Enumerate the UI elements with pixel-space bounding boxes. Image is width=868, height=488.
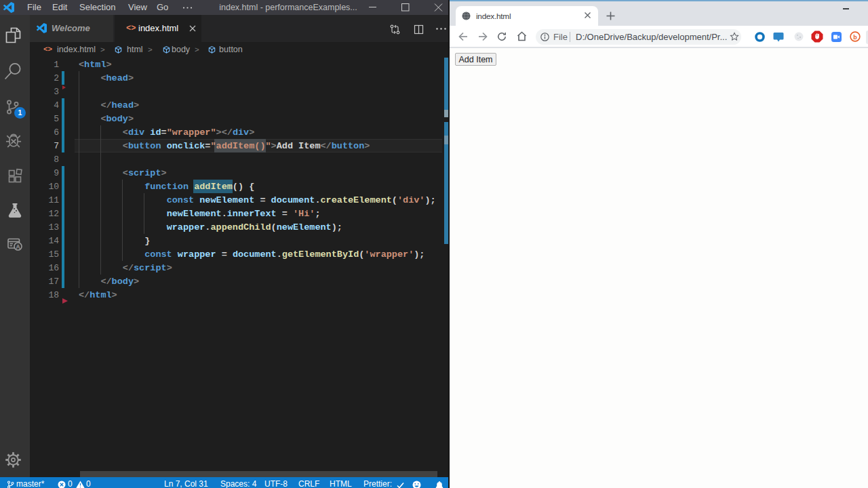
svg-text:b: b — [853, 34, 857, 41]
svg-text:A: A — [16, 243, 20, 250]
